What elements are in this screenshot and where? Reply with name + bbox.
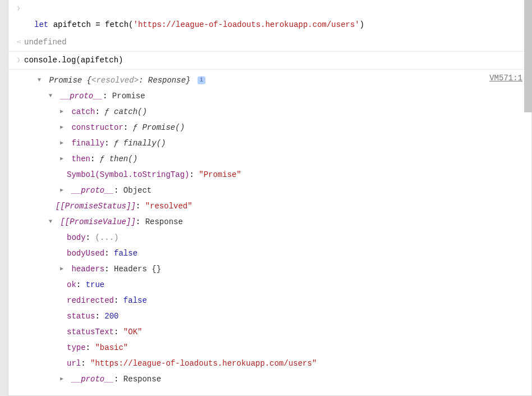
- prop-key: url: [67, 359, 81, 368]
- tree-row-constructor[interactable]: constructor: ƒ Promise(): [24, 120, 527, 135]
- paren-close: ): [360, 20, 364, 29]
- tree-row-finally[interactable]: finally: ƒ finally(): [24, 135, 527, 151]
- tree-row-proto[interactable]: __proto__: Promise: [24, 88, 527, 104]
- expand-arrow-icon[interactable]: [49, 90, 56, 102]
- tree-row-ok[interactable]: ok: true: [24, 277, 527, 293]
- prop-value: "https://league-of-loadouts.herokuapp.co…: [90, 359, 317, 368]
- prop-key: constructor: [71, 123, 123, 132]
- prop-key: finally: [71, 139, 104, 148]
- prop-value: Promise(): [142, 123, 185, 132]
- prop-value: "resolved": [145, 202, 192, 211]
- prop-value: Object: [123, 186, 152, 195]
- expand-arrow-icon[interactable]: [60, 185, 67, 196]
- prop-key: __proto__: [71, 186, 114, 195]
- tree-row-type[interactable]: type: "basic": [24, 340, 527, 356]
- tree-row-url[interactable]: url: "https://league-of-loadouts.herokua…: [24, 356, 527, 371]
- tree-row-catch[interactable]: catch: ƒ catch(): [24, 104, 527, 120]
- prop-key: catch: [71, 107, 95, 116]
- tree-row-bodyused[interactable]: bodyUsed: false: [24, 245, 527, 261]
- tree-row-body[interactable]: body: (...): [24, 230, 527, 245]
- prop-key: type: [67, 343, 86, 352]
- expand-arrow-icon[interactable]: [38, 75, 44, 86]
- prompt-icon: ❯: [13, 54, 24, 65]
- prop-key: [[PromiseValue]]: [60, 217, 135, 226]
- expand-arrow-icon[interactable]: [60, 106, 67, 117]
- fn-call: fetch(: [105, 20, 133, 29]
- prompt-icon: ❯: [13, 3, 24, 13]
- prop-value: false: [114, 249, 137, 258]
- tree-row-promise-status[interactable]: [[PromiseStatus]]: "resolved": [24, 198, 527, 214]
- object-tree: Promise {<resolved>: Response} i VM571:1…: [24, 72, 527, 387]
- tree-row-status[interactable]: status: 200: [24, 308, 527, 324]
- prop-value: then(): [109, 154, 137, 163]
- expand-arrow-icon[interactable]: [49, 216, 56, 227]
- prop-key: [[PromiseStatus]]: [56, 202, 136, 211]
- prop-key: body: [67, 233, 86, 242]
- prop-key: Symbol(Symbol.toStringTag): [67, 170, 189, 179]
- var-name: apifetch: [53, 20, 91, 29]
- prop-key: then: [71, 154, 90, 163]
- function-f: ƒ: [100, 154, 109, 163]
- prop-value: "Promise": [199, 170, 241, 179]
- prop-key: statusText: [67, 327, 114, 336]
- console-input-row[interactable]: ❯: [8, 0, 531, 16]
- brace-close: }: [186, 76, 190, 85]
- prop-key: __proto__: [71, 375, 114, 384]
- prop-value: Response: [123, 375, 161, 384]
- tree-row-proto2[interactable]: __proto__: Object: [24, 183, 527, 198]
- scrollbar-thumb[interactable]: [524, 0, 532, 112]
- expand-arrow-icon[interactable]: [60, 263, 67, 275]
- promise-label: Promise {: [49, 76, 91, 85]
- tree-row-headers[interactable]: headers: Headers {}: [24, 261, 527, 277]
- source-link[interactable]: VM571:1: [489, 72, 522, 84]
- return-value: undefined: [24, 37, 527, 48]
- tree-row-promise-value[interactable]: [[PromiseValue]]: Response: [24, 214, 527, 230]
- tree-header[interactable]: Promise {<resolved>: Response} i: [24, 72, 205, 88]
- gutter-blank: [13, 19, 24, 20]
- prop-value: (...): [95, 233, 118, 242]
- assign: =: [95, 20, 105, 29]
- expand-arrow-icon[interactable]: [60, 374, 67, 385]
- function-f: ƒ: [133, 123, 143, 132]
- prop-value: finally(): [123, 139, 166, 148]
- tree-row-symbol[interactable]: Symbol(Symbol.toStringTag): "Promise": [24, 167, 527, 183]
- prop-value: false: [123, 296, 147, 305]
- prop-key: ok: [67, 280, 76, 289]
- prop-key: __proto__: [60, 92, 103, 101]
- tree-row-proto3[interactable]: __proto__: Response: [24, 371, 527, 387]
- prop-value: true: [86, 280, 105, 289]
- expand-arrow-icon[interactable]: [60, 122, 67, 133]
- return-icon: ⋖: [13, 37, 24, 47]
- expand-arrow-icon[interactable]: [60, 138, 67, 149]
- prop-value: 200: [104, 312, 118, 321]
- prop-value: "OK": [123, 327, 143, 336]
- tree-row-statustext[interactable]: statusText: "OK": [24, 324, 527, 340]
- prop-key: bodyUsed: [67, 249, 104, 258]
- prop-value: "basic": [95, 343, 128, 352]
- prop-value: catch(): [114, 107, 147, 116]
- prop-value: Headers {}: [114, 265, 161, 274]
- expand-arrow-icon[interactable]: [60, 153, 67, 165]
- colon: :: [139, 76, 148, 85]
- function-f: ƒ: [114, 139, 123, 148]
- prop-value: Response: [145, 217, 183, 226]
- console-return-row: ⋖ undefined: [8, 34, 531, 52]
- info-icon[interactable]: i: [198, 76, 205, 84]
- prop-key: redirected: [67, 296, 114, 305]
- keyword-let: let: [34, 20, 48, 29]
- code-line: console.log(apifetch): [24, 54, 527, 66]
- gutter-blank: [13, 72, 24, 74]
- tree-row-then[interactable]: then: ƒ then(): [24, 151, 527, 167]
- console-input-row[interactable]: let apifetch = fetch('https://league-of-…: [8, 16, 531, 34]
- console-log-row: Promise {<resolved>: Response} i VM571:1…: [8, 70, 531, 394]
- console-input-row[interactable]: ❯ console.log(apifetch): [8, 52, 531, 70]
- string-literal: 'https://league-of-loadouts.herokuapp.co…: [133, 20, 359, 29]
- tree-row-redirected[interactable]: redirected: false: [24, 293, 527, 308]
- resolved-tag: <resolved>: [91, 76, 139, 85]
- function-f: ƒ: [104, 107, 114, 116]
- console-panel: ❯ let apifetch = fetch('https://league-o…: [8, 0, 532, 396]
- prop-key: status: [67, 312, 95, 321]
- prop-value: Promise: [112, 92, 145, 101]
- response-label: Response: [148, 76, 186, 85]
- prop-key: headers: [71, 265, 104, 274]
